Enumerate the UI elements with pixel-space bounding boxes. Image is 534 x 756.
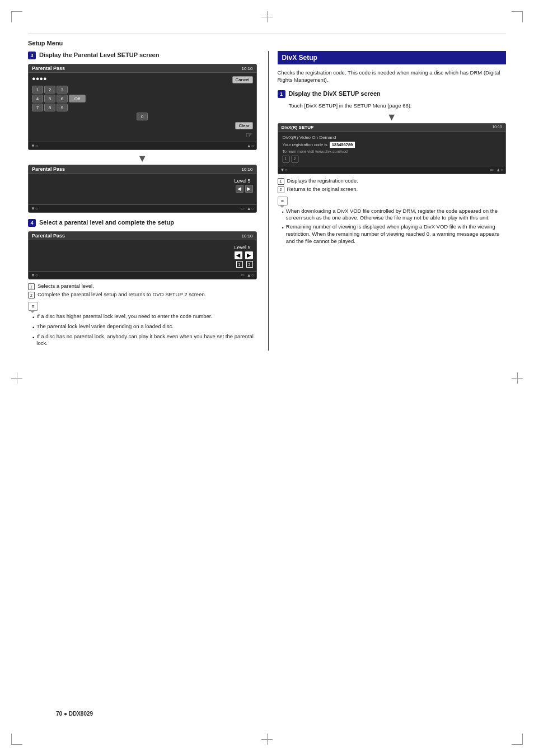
numpad-off[interactable]: Off	[69, 95, 86, 102]
left-column: 3 Display the Parental Level SETUP scree…	[28, 51, 257, 351]
divx-header: DivX Setup	[278, 51, 507, 64]
divx-screen-label1: DivX(R) Video On Demand	[283, 135, 502, 140]
numpad-3[interactable]: 3	[57, 86, 68, 94]
notes-icon-tail	[30, 311, 35, 313]
divx-instruction: Touch [DivX SETUP] in the SETUP Menu (pa…	[278, 102, 507, 109]
numpad-8[interactable]: 8	[44, 104, 55, 111]
step4-heading: 4 Select a parental level and complete t…	[28, 218, 257, 227]
cancel-button[interactable]: Cancel	[232, 76, 253, 83]
numpad-5[interactable]: 5	[44, 95, 55, 102]
screen1-header: Parental Pass 10:10	[29, 64, 256, 73]
divx-screen-icon2: ▲○	[496, 167, 503, 172]
divx-screen: DivX(R) SETUP 10:10 DivX(R) Video On Dem…	[278, 123, 507, 174]
divx-bullet-text-2: Remaining number of viewing is displayed…	[286, 223, 506, 245]
numpad-7[interactable]: 7	[32, 104, 43, 111]
numpad-6[interactable]: 6	[57, 95, 68, 102]
divx-arrow-down: ▼	[278, 112, 507, 122]
page-footer: 70 ● DDX8029	[56, 711, 93, 717]
annotation-num-2: 2	[28, 292, 35, 298]
divx-step1-heading-text: Display the DivX SETUP screen	[289, 90, 381, 97]
step4-notes: ≡ • If a disc has higher parental lock l…	[28, 302, 257, 347]
divx-ann-markers: 1 2	[283, 156, 502, 162]
step4-right-icons: ⇦ ▲○	[241, 273, 254, 278]
step4-level-btn-1[interactable]: ◀	[235, 251, 242, 259]
step3-screen2: Parental Pass 10:10 Level 5 ◀ ▶ ▼○ ⇦ ▲○	[28, 165, 257, 213]
corner-tl	[11, 11, 22, 22]
section-title: Setup Menu	[28, 40, 506, 46]
screen2-left-icon: ▼○	[31, 206, 38, 211]
screen1-right-icons: ▲○	[247, 143, 254, 148]
screen1-bottom: ▼○ ▲○	[29, 142, 256, 150]
divx-notes-icon-row: ≡	[278, 197, 288, 206]
step4-level-btn-2[interactable]: ▶	[245, 251, 253, 259]
annotation-text-2: Complete the parental level setup and re…	[38, 291, 206, 297]
step4-heading-text: Select a parental level and complete the…	[39, 218, 174, 226]
numpad-4[interactable]: 4	[32, 95, 43, 102]
screen1-body: ●●●● Cancel 1 2 3 4 5 6 Off	[29, 73, 256, 142]
divx-annotations: 1 Displays the registration code. 2 Retu…	[278, 178, 507, 193]
divx-screen-title: DivX(R) SETUP	[282, 125, 314, 130]
step4-bullet-text-1: If a disc has higher parental lock level…	[36, 313, 212, 321]
divx-notes: ≡ • When downloading a DivX VOD file con…	[278, 197, 507, 245]
divx-ann-badge-2: 2	[292, 156, 298, 162]
divx-ann-badge-1: 1	[283, 156, 289, 162]
level-display: Level 5	[32, 178, 253, 184]
step4-bullet-2: • The parental lock level varies dependi…	[32, 323, 257, 332]
numpad-0[interactable]: 0	[137, 113, 148, 120]
annotation-item-1: 1 Selects a parental level.	[28, 283, 257, 290]
arrow-down-1: ▼	[28, 153, 257, 164]
crosshair-bottom	[261, 734, 273, 745]
step4-left-icon: ▼○	[31, 273, 38, 278]
divx-ann-text-2: Returns to the original screen.	[287, 186, 358, 192]
divx-screen-bottom: ▼○ ⇦ ▲○	[278, 166, 506, 174]
step4-bullet-list: • If a disc has higher parental lock lev…	[28, 313, 257, 347]
numpad-1[interactable]: 1	[32, 86, 43, 94]
divx-bullet-2: • Remaining number of viewing is display…	[282, 223, 507, 245]
step4-bullet-text-3: If a disc has no parental lock, anybody …	[36, 333, 256, 348]
divx-screen-body: DivX(R) Video On Demand Your registratio…	[278, 132, 506, 166]
level-nav-left[interactable]: ◀	[236, 185, 243, 193]
level-nav-right[interactable]: ▶	[245, 185, 253, 193]
clear-btn-row: Clear	[32, 122, 253, 129]
divx-bullet-list: • When downloading a DivX VOD file contr…	[278, 208, 507, 245]
numpad-row4: 0	[32, 113, 253, 120]
step4-icon2: ▲○	[247, 273, 254, 278]
header-rule	[28, 34, 506, 34]
notes-icon: ≡	[28, 302, 38, 311]
annotation-text-1: Selects a parental level.	[38, 283, 94, 289]
bullet-dot-3: •	[32, 334, 34, 348]
clear-button[interactable]: Clear	[235, 122, 252, 129]
divx-screen-right-icons: ⇦ ▲○	[490, 167, 503, 172]
step4-level-nav: ◀ ▶	[32, 251, 253, 259]
divx-bullet-text-1: When downloading a DivX VOD file control…	[286, 208, 506, 222]
screen2-bottom: ▼○ ⇦ ▲○	[29, 204, 256, 212]
crosshair-right	[512, 372, 523, 384]
corner-br	[512, 734, 523, 745]
divx-step1-heading: 1 Display the DivX SETUP screen	[278, 90, 507, 98]
divx-screen-header: DivX(R) SETUP 10:10	[278, 124, 506, 132]
divx-screen-icon1: ⇦	[490, 167, 494, 172]
step4-screen-bottom: ▼○ ⇦ ▲○	[29, 271, 256, 279]
screen2-icon2: ▲○	[247, 206, 254, 211]
divx-notes-icon: ≡	[278, 197, 288, 206]
step4-ann-2-badge: 2	[246, 261, 253, 268]
numpad-9[interactable]: 9	[57, 104, 68, 111]
divx-bullet-dot-1: •	[282, 209, 284, 222]
divx-step1-num: 1	[278, 90, 285, 98]
divx-code-row: Your registration code is 123456789	[283, 142, 502, 148]
step4-ann-1-badge: 1	[236, 261, 243, 268]
level-nav: ◀ ▶	[32, 185, 253, 193]
numpad-2[interactable]: 2	[44, 86, 55, 94]
step3-heading: 3 Display the Parental Level SETUP scree…	[28, 51, 257, 59]
step4-level-display: Level 5	[32, 245, 253, 250]
two-col-layout: 3 Display the Parental Level SETUP scree…	[28, 51, 506, 351]
divx-code-value: 123456789	[330, 142, 355, 148]
right-column: DivX Setup Checks the registration code.…	[268, 51, 507, 351]
divx-ann-num-2: 2	[278, 186, 284, 193]
screen2-time: 10:10	[241, 167, 252, 172]
crosshair-top	[261, 11, 273, 22]
screen2-title: Parental Pass	[32, 166, 65, 172]
step4-icon1: ⇦	[241, 273, 245, 278]
screen2-right-icons: ⇦ ▲○	[241, 206, 254, 211]
step4-bullet-text-2: The parental lock level varies depending…	[36, 323, 174, 332]
